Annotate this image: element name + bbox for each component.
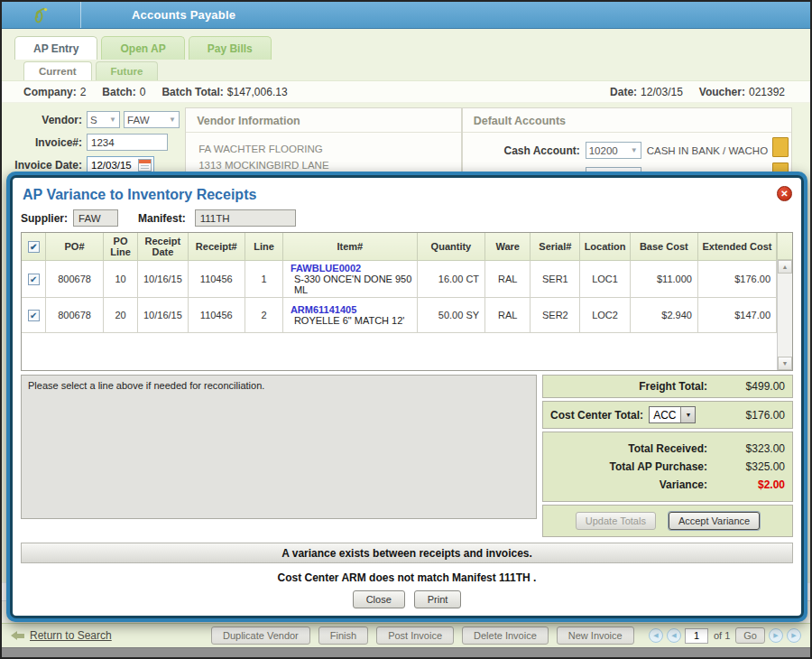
invoice-form-area: Vendor: S ▼ FAW ▼ Invoice#: Invoice Date… <box>2 103 810 582</box>
modal-title: AP Variance to Inventory Receipts <box>21 184 793 209</box>
table-header-row: PO# PO Line Receipt Date Receipt# Line I… <box>22 233 777 261</box>
cost-center-select[interactable]: ACC ▼ <box>649 406 696 423</box>
vendor-information-title: Vendor Information <box>186 108 461 133</box>
select-all-checkbox-checked-icon[interactable] <box>28 241 40 253</box>
return-to-search-label: Return to Search <box>30 629 112 642</box>
close-button[interactable]: Close <box>353 590 405 608</box>
cell-location: LOC1 <box>580 261 630 298</box>
application-window: Accounts Payable AP Entry Open AP Pay Bi… <box>0 0 812 659</box>
first-page-icon[interactable]: ◀ <box>649 628 663 643</box>
item-description: S-330 ONCE'N DONE 950 ML <box>291 274 415 295</box>
cell-ware: RAL <box>485 261 531 298</box>
table-row[interactable]: 800678 20 10/16/15 110456 2 ARM61141405 … <box>22 298 777 333</box>
chevron-down-icon: ▼ <box>680 407 695 422</box>
variance-label: Variance: <box>550 478 720 491</box>
new-invoice-button[interactable]: New Invoice <box>557 627 634 645</box>
invoice-number-input[interactable] <box>87 134 168 151</box>
bottom-gray-bar <box>2 647 810 657</box>
next-page-icon[interactable]: ▶ <box>769 628 783 643</box>
invoice-date-input[interactable] <box>88 158 138 172</box>
tab-future[interactable]: Future <box>96 61 159 80</box>
finish-button[interactable]: Finish <box>318 627 368 645</box>
voucher-label: Voucher: <box>699 86 745 98</box>
cost-center-total-label: Cost Center Total: <box>550 409 649 422</box>
cell-serial: SER1 <box>531 261 580 298</box>
return-to-search-link[interactable]: Return to Search <box>11 629 112 642</box>
scrollbar-header-stub <box>777 233 792 260</box>
go-button[interactable]: Go <box>735 627 765 644</box>
print-button[interactable]: Print <box>414 590 462 608</box>
scroll-up-icon[interactable]: ▲ <box>778 260 792 274</box>
voucher-value: 021392 <box>749 86 785 98</box>
company-value: 2 <box>80 86 87 98</box>
cash-account-value: 10200 <box>589 145 618 156</box>
col-po-line: PO Line <box>103 233 137 261</box>
cell-receipt-date: 10/16/15 <box>138 298 188 333</box>
close-icon[interactable]: ✕ <box>777 186 792 201</box>
post-invoice-button[interactable]: Post Invoice <box>376 627 454 645</box>
item-link[interactable]: ARM61141405 <box>291 304 415 315</box>
scroll-down-icon[interactable]: ▼ <box>778 357 792 370</box>
delete-invoice-button[interactable]: Delete Invoice <box>462 627 549 645</box>
modal-header-fields: Supplier: FAW Manifest: 111TH <box>21 209 793 227</box>
cash-account-desc: CASH IN BANK / WACHO <box>647 145 768 156</box>
cash-account-select[interactable]: 10200 ▼ <box>586 142 641 159</box>
item-description: ROYELLE 6" MATCH 12' <box>291 315 415 326</box>
total-received-value: $323.00 <box>720 442 785 455</box>
table-row[interactable]: 800678 10 10/16/15 110456 1 FAWBLUE0002 … <box>22 261 777 298</box>
tab-open-ap[interactable]: Open AP <box>101 36 184 60</box>
row-checkbox-checked-icon[interactable] <box>28 274 40 285</box>
cell-item: ARM61141405 ROYELLE 6" MATCH 12' <box>282 298 417 333</box>
item-link[interactable]: FAWBLUE0002 <box>291 263 415 274</box>
invoice-fields: Vendor: S ▼ FAW ▼ Invoice#: Invoice Date… <box>9 107 180 180</box>
col-po: PO# <box>46 233 104 261</box>
vendor-type-value: S <box>90 115 97 125</box>
sub-tabs: Current Future <box>2 61 810 80</box>
table-scrollbar[interactable]: ▲ ▼ <box>777 260 792 370</box>
vendor-code-select[interactable]: FAW ▼ <box>124 111 180 128</box>
manifest-field: 111TH <box>195 209 296 227</box>
batch-info: Company: 2 Batch: 0 Batch Total: $147,00… <box>23 86 300 98</box>
receipts-table-container: PO# PO Line Receipt Date Receipt# Line I… <box>21 232 793 371</box>
cell-ware: RAL <box>485 298 531 333</box>
ap-variance-modal: ✕ AP Variance to Inventory Receipts Supp… <box>6 172 807 622</box>
variance-value: $2.00 <box>720 478 785 491</box>
freight-total-value: $499.00 <box>720 380 785 393</box>
cell-receipt: 110456 <box>188 298 245 333</box>
row-checkbox-checked-icon[interactable] <box>28 310 40 321</box>
tab-current[interactable]: Current <box>23 61 92 80</box>
page-number-input[interactable] <box>685 628 708 644</box>
unlock-icon[interactable] <box>772 144 784 157</box>
date-label: Date: <box>610 86 637 98</box>
footer-buttons: Duplicate Vendor Finish Post Invoice Del… <box>211 627 634 645</box>
total-ap-purchase-label: Total AP Purchase: <box>550 460 720 473</box>
cell-line: 1 <box>245 261 283 298</box>
manifest-label: Manifest: <box>138 212 186 225</box>
last-page-icon[interactable]: ▶ <box>787 628 801 643</box>
cell-item: FAWBLUE0002 S-330 ONCE'N DONE 950 ML <box>282 261 417 298</box>
cost-center-mismatch-message: Cost Center ARM does not match Manifest … <box>21 571 793 584</box>
duplicate-vendor-button[interactable]: Duplicate Vendor <box>211 627 310 645</box>
update-totals-button[interactable]: Update Totals <box>576 512 656 530</box>
cell-po: 800678 <box>46 261 104 298</box>
tab-ap-entry[interactable]: AP Entry <box>14 36 97 60</box>
totals-column: Freight Total: $499.00 Cost Center Total… <box>542 375 793 537</box>
calendar-icon[interactable] <box>138 159 152 172</box>
voucher-info: Date: 12/03/15 Voucher: 021392 <box>610 86 798 98</box>
col-line: Line <box>245 233 283 261</box>
batch-label: Batch: <box>102 86 135 98</box>
accept-variance-button[interactable]: Accept Variance <box>669 512 760 530</box>
vendor-type-select[interactable]: S ▼ <box>87 111 120 128</box>
supplier-field: FAW <box>73 209 118 227</box>
tab-pay-bills[interactable]: Pay Bills <box>189 36 272 60</box>
chevron-down-icon: ▼ <box>164 116 176 124</box>
cell-receipt: 110456 <box>188 261 245 298</box>
prev-page-icon[interactable]: ◀ <box>667 628 681 643</box>
footer-bar: Return to Search Duplicate Vendor Finish… <box>2 623 810 647</box>
col-receipt-date: Receipt Date <box>138 233 188 261</box>
cost-center-amount: $176.00 <box>720 409 785 422</box>
batch-value: 0 <box>140 86 146 98</box>
cost-center-value: ACC <box>653 409 676 422</box>
cell-po-line: 20 <box>103 298 137 333</box>
batch-total-label: Batch Total: <box>161 86 223 98</box>
